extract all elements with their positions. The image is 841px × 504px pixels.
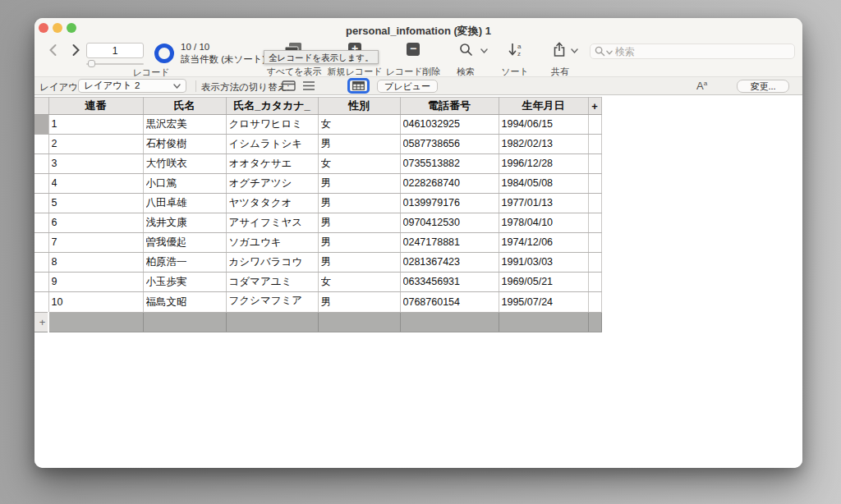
- row-selector[interactable]: [34, 292, 48, 313]
- cell-gender[interactable]: 男: [318, 292, 400, 313]
- empty-cell[interactable]: [318, 313, 400, 332]
- row-selector[interactable]: [34, 273, 48, 292]
- find-icon[interactable]: [459, 43, 473, 57]
- cell-name[interactable]: 小玉歩実: [143, 273, 226, 292]
- cell-serial[interactable]: 2: [48, 135, 143, 154]
- sort-icon[interactable]: a z: [508, 42, 523, 57]
- layout-selector[interactable]: レイアウト 2: [78, 79, 186, 93]
- cell-katakana[interactable]: ソガユウキ: [226, 233, 318, 253]
- cell-phone[interactable]: 0970412530: [400, 213, 499, 233]
- row-selector[interactable]: [34, 154, 48, 174]
- column-header[interactable]: 性別: [318, 98, 400, 115]
- cell-gender[interactable]: 女: [318, 154, 400, 174]
- cell-name[interactable]: 石村俊樹: [143, 135, 226, 154]
- empty-cell[interactable]: [400, 313, 499, 332]
- empty-cell[interactable]: [226, 313, 318, 332]
- column-header[interactable]: 連番: [48, 98, 143, 115]
- cell-katakana[interactable]: ヤツタタクオ: [226, 194, 318, 213]
- cell-serial[interactable]: 3: [48, 154, 143, 174]
- form-view-button[interactable]: [282, 80, 296, 94]
- cell-birthday[interactable]: 1996/12/28: [499, 154, 588, 174]
- share-button[interactable]: 共有: [544, 66, 577, 78]
- row-selector[interactable]: [34, 253, 48, 273]
- cell-serial[interactable]: 7: [48, 233, 143, 253]
- formatting-button[interactable]: Aa: [696, 80, 707, 92]
- cell-phone[interactable]: 0587738656: [400, 135, 499, 154]
- cell-birthday[interactable]: 1982/02/13: [499, 135, 588, 154]
- cell-katakana[interactable]: カシワバラコウ: [226, 253, 318, 273]
- cell-serial[interactable]: 10: [48, 292, 143, 313]
- row-selector[interactable]: [34, 233, 48, 253]
- cell-birthday[interactable]: 1974/12/06: [499, 233, 588, 253]
- empty-cell[interactable]: [143, 313, 226, 332]
- delete-record-button[interactable]: レコード削除: [384, 66, 442, 78]
- cell-gender[interactable]: 男: [318, 253, 400, 273]
- new-record-button[interactable]: 新規レコード: [326, 66, 384, 78]
- column-header[interactable]: 氏名: [143, 98, 226, 115]
- add-record-button[interactable]: +: [34, 313, 48, 332]
- cell-serial[interactable]: 5: [48, 194, 143, 213]
- cell-phone[interactable]: 0228268740: [400, 174, 499, 194]
- found-set-pie-icon[interactable]: [154, 44, 174, 63]
- current-record-input[interactable]: [86, 43, 144, 58]
- cell-phone[interactable]: 0633456931: [400, 273, 499, 292]
- cell-gender[interactable]: 女: [318, 273, 400, 292]
- column-header[interactable]: 氏名_カタカナ_: [226, 98, 318, 115]
- column-header[interactable]: 生年月日: [499, 98, 588, 115]
- cell-birthday[interactable]: 1994/06/15: [499, 115, 588, 135]
- share-chevron-icon[interactable]: [571, 48, 578, 53]
- row-selector[interactable]: [34, 213, 48, 233]
- cell-gender[interactable]: 男: [318, 174, 400, 194]
- quick-search-input[interactable]: [615, 46, 790, 57]
- cell-katakana[interactable]: コダマアユミ: [226, 273, 318, 292]
- cell-name[interactable]: 黒沢宏美: [143, 115, 226, 135]
- cell-serial[interactable]: 1: [48, 115, 143, 135]
- next-record-button[interactable]: [69, 44, 82, 58]
- quick-search-field[interactable]: [590, 44, 795, 59]
- column-header[interactable]: 電話番号: [400, 98, 499, 115]
- row-selector[interactable]: [34, 115, 48, 135]
- cell-katakana[interactable]: アサイフミヤス: [226, 213, 318, 233]
- cell-name[interactable]: 大竹咲衣: [143, 154, 226, 174]
- cell-serial[interactable]: 8: [48, 253, 143, 273]
- sort-button[interactable]: ソート: [497, 66, 533, 78]
- preview-button[interactable]: プレビュー: [377, 80, 438, 93]
- cell-gender[interactable]: 男: [318, 194, 400, 213]
- find-chevron-icon[interactable]: [480, 48, 488, 53]
- cell-name[interactable]: 曽我優起: [143, 233, 226, 253]
- cell-gender[interactable]: 男: [318, 213, 400, 233]
- delete-record-icon[interactable]: −: [407, 43, 420, 56]
- cell-birthday[interactable]: 1995/07/24: [499, 292, 588, 313]
- cell-birthday[interactable]: 1984/05/08: [499, 174, 588, 194]
- cell-katakana[interactable]: イシムラトシキ: [226, 135, 318, 154]
- cell-gender[interactable]: 男: [318, 135, 400, 154]
- cell-phone[interactable]: 0735513882: [400, 154, 499, 174]
- share-icon[interactable]: [553, 42, 566, 57]
- cell-katakana[interactable]: オグチアツシ: [226, 174, 318, 194]
- cell-name[interactable]: 浅井文康: [143, 213, 226, 233]
- cell-phone[interactable]: 0247178881: [400, 233, 499, 253]
- cell-serial[interactable]: 9: [48, 273, 143, 292]
- cell-name[interactable]: 福島文昭: [143, 292, 226, 313]
- cell-name[interactable]: 八田卓雄: [143, 194, 226, 213]
- cell-phone[interactable]: 0281367423: [400, 253, 499, 273]
- cell-serial[interactable]: 6: [48, 213, 143, 233]
- cell-phone[interactable]: 0139979176: [400, 194, 499, 213]
- cell-phone[interactable]: 0461032925: [400, 115, 499, 135]
- add-field-button[interactable]: +: [588, 98, 601, 115]
- find-button[interactable]: 検索: [445, 66, 486, 78]
- cell-birthday[interactable]: 1978/04/10: [499, 213, 588, 233]
- empty-cell[interactable]: [48, 313, 143, 332]
- cell-name[interactable]: 柏原浩一: [143, 253, 226, 273]
- cell-gender[interactable]: 女: [318, 115, 400, 135]
- cell-gender[interactable]: 男: [318, 233, 400, 253]
- row-selector[interactable]: [34, 135, 48, 154]
- cell-name[interactable]: 小口篤: [143, 174, 226, 194]
- cell-katakana[interactable]: フクシマフミアキ: [226, 292, 318, 313]
- cell-birthday[interactable]: 1969/05/21: [499, 273, 588, 292]
- cell-phone[interactable]: 0768760154: [400, 292, 499, 313]
- previous-record-button[interactable]: [46, 44, 59, 58]
- list-view-button[interactable]: [302, 80, 315, 94]
- modify-button[interactable]: 変更...: [737, 80, 789, 93]
- empty-cell[interactable]: [499, 313, 588, 332]
